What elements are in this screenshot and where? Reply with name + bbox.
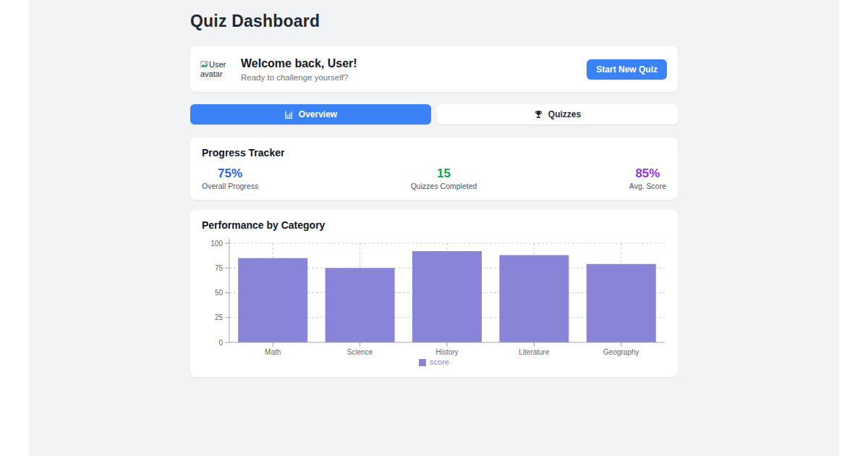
stats-row: 75% Overall Progress 15 Quizzes Complete…: [202, 166, 666, 191]
main-content: Quiz Dashboard User avatar Welcome back,…: [190, 10, 678, 377]
stat-quizzes-completed-value: 15: [411, 166, 477, 181]
performance-card: Performance by Category 0255075100MathSc…: [190, 210, 678, 377]
bar-science: [326, 268, 395, 342]
x-tick-label: Science: [347, 348, 373, 356]
stat-avg-score-value: 85%: [629, 166, 666, 181]
welcome-text: Welcome back, User! Ready to challenge y…: [241, 56, 357, 82]
progress-tracker-card: Progress Tracker 75% Overall Progress 15…: [190, 138, 678, 200]
legend-label-score: score: [430, 358, 449, 367]
stat-avg-score-label: Avg. Score: [629, 182, 666, 191]
welcome-subtitle: Ready to challenge yourself?: [241, 73, 357, 82]
broken-image-icon: [200, 61, 208, 68]
x-tick-label: Math: [265, 348, 281, 356]
bar-math: [238, 258, 307, 342]
x-tick-label: Geography: [603, 348, 639, 356]
stat-avg-score: 85% Avg. Score: [629, 166, 666, 191]
stat-quizzes-completed-label: Quizzes Completed: [411, 182, 477, 191]
performance-card-title: Performance by Category: [202, 219, 666, 232]
trophy-icon: [534, 110, 543, 119]
bar-geography: [587, 264, 656, 342]
tab-quizzes-label: Quizzes: [548, 109, 581, 119]
y-tick-label: 25: [215, 313, 224, 321]
tab-bar: Overview Quizzes: [190, 104, 678, 124]
y-tick-label: 0: [218, 339, 223, 347]
welcome-heading: Welcome back, User!: [241, 56, 357, 71]
tab-overview-label: Overview: [299, 109, 337, 119]
chart-legend: score: [202, 358, 666, 367]
tab-overview[interactable]: Overview: [190, 104, 431, 124]
start-new-quiz-button[interactable]: Start New Quiz: [587, 59, 667, 80]
stat-quizzes-completed: 15 Quizzes Completed: [411, 166, 477, 191]
app-panel: Quiz Dashboard User avatar Welcome back,…: [29, 0, 839, 456]
page-title: Quiz Dashboard: [190, 10, 678, 32]
y-tick-label: 100: [210, 240, 223, 248]
x-tick-label: History: [435, 348, 458, 356]
stat-overall-progress-label: Overall Progress: [202, 182, 258, 191]
tab-quizzes[interactable]: Quizzes: [437, 104, 678, 124]
bar-literature: [499, 255, 569, 342]
user-avatar: User avatar: [200, 60, 229, 79]
bar-chart-icon: [284, 110, 294, 119]
y-tick-label: 50: [215, 289, 224, 297]
performance-bar-chart: 0255075100MathScienceHistoryLiteratureGe…: [202, 237, 666, 357]
y-tick-label: 75: [215, 264, 224, 272]
stat-overall-progress-value: 75%: [202, 166, 258, 181]
x-tick-label: Literature: [519, 348, 550, 356]
welcome-card: User avatar Welcome back, User! Ready to…: [190, 46, 678, 92]
progress-tracker-title: Progress Tracker: [202, 147, 666, 159]
legend-swatch-score: [419, 359, 426, 366]
bar-history: [412, 251, 482, 342]
stat-overall-progress: 75% Overall Progress: [202, 166, 258, 191]
